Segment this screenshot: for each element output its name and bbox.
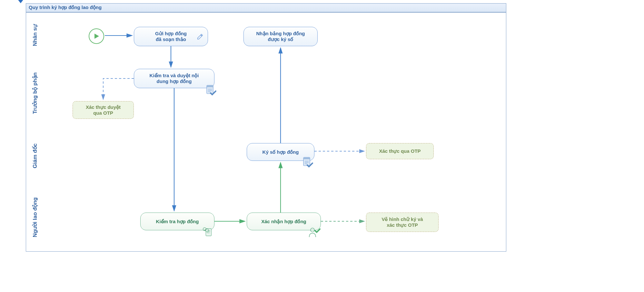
svg-rect-2 <box>207 85 213 87</box>
svg-point-18 <box>311 228 314 232</box>
document-check-icon <box>205 84 218 97</box>
lane-label-director: Giám đốc <box>26 129 44 184</box>
node-review-approve: Kiểm tra và duyệt nội dung hợp đồng <box>134 69 214 88</box>
lane-body: Gửi hợp đồng đã soạn thảo Nhận bảng hợp … <box>44 12 506 258</box>
pencil-icon <box>197 33 204 40</box>
diagram-title: Quy trình ký hợp đồng lao động <box>26 3 506 12</box>
diagram-title-text: Quy trình ký hợp đồng lao động <box>29 5 102 10</box>
lane-label-employee: Người lao động <box>26 183 44 252</box>
person-check-icon <box>308 226 321 239</box>
note-signature-otp: Vẽ hình chữ ký và xác thực OTP <box>366 213 439 232</box>
lane-label-manager: Trưởng bộ phận <box>26 57 44 129</box>
note-otp-approve: Xác thực duyệt qua OTP <box>73 101 134 119</box>
node-send-contract: Gửi hợp đồng đã soạn thảo <box>134 27 208 46</box>
svg-rect-7 <box>303 157 310 159</box>
lane-labels: Nhân sự Trưởng bộ phận Giám đốc Người la… <box>26 12 44 258</box>
svg-marker-0 <box>94 34 99 39</box>
node-receive-signed: Nhận bảng hợp đồng được ký số <box>243 27 318 46</box>
start-event <box>89 28 104 44</box>
swimlane-diagram: Quy trình ký hợp đồng lao động Nhân sự T… <box>3 3 506 258</box>
lane-label-hr: Nhân sự <box>26 12 44 58</box>
play-icon <box>93 33 100 39</box>
document-check-icon-2 <box>302 156 314 169</box>
search-doc-icon <box>202 226 214 238</box>
pointer-marker <box>16 0 25 3</box>
note-otp-sign: Xác thực qua OTP <box>366 143 434 159</box>
